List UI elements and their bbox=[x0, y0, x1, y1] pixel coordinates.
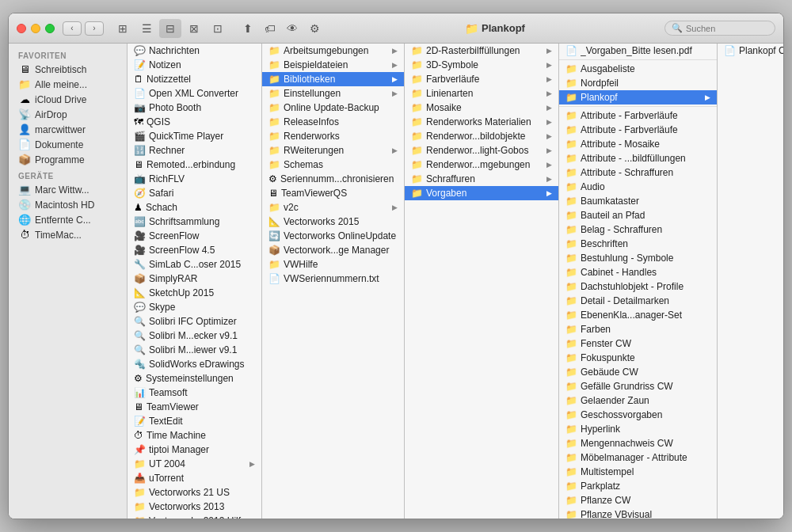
list-item[interactable]: 🗒 Notizzettel bbox=[128, 72, 261, 86]
list-item[interactable]: 💬 Nachrichten bbox=[128, 44, 261, 58]
view-icon-button[interactable]: ⊞ bbox=[112, 19, 134, 38]
list-item[interactable]: 📁 Linienarten ▶ bbox=[405, 86, 558, 101]
list-item[interactable]: 📁 Renderworks bbox=[262, 129, 404, 143]
list-item[interactable]: 📐 Vectorworks 2015 bbox=[262, 215, 404, 229]
list-item[interactable]: 📝 Notizen bbox=[128, 58, 261, 72]
list-item[interactable]: 🖥 TeamViewerQS bbox=[262, 186, 404, 200]
close-button[interactable] bbox=[17, 24, 26, 33]
list-item[interactable]: 📁 VWHilfe bbox=[262, 257, 404, 272]
list-item[interactable]: 📁 Gebäude CW bbox=[559, 365, 717, 379]
list-item[interactable]: 📁 Online Update-Backup bbox=[262, 101, 404, 115]
list-item[interactable]: 📷 Photo Booth bbox=[128, 101, 261, 115]
list-item[interactable]: 🧭 Safari bbox=[128, 186, 261, 200]
list-item[interactable]: 🔤 Schriftsammlung bbox=[128, 215, 261, 229]
column-view-button[interactable]: ⊟ bbox=[159, 19, 181, 38]
list-item[interactable]: 📁 Bestuhlung - Symbole bbox=[559, 251, 717, 265]
list-item[interactable]: 📁 Vectorworks 2013 Hilfe bbox=[128, 514, 261, 519]
list-item[interactable]: 📁 Farbverläufe ▶ bbox=[405, 72, 558, 86]
sidebar-item-dokumente[interactable]: 📄 Dokumente bbox=[12, 137, 124, 152]
sidebar-item-marc[interactable]: 💻 Marc Wittw... bbox=[12, 182, 124, 197]
sidebar-item-marcwittwer[interactable]: 👤 marcwittwer bbox=[12, 122, 124, 137]
list-item[interactable]: 🖥 Remoted...erbindung bbox=[128, 158, 261, 172]
list-item-plankopf-cw[interactable]: 📄 Plankopf CW.vwx bbox=[718, 44, 783, 58]
sidebar-item-timemac[interactable]: ⏱ TimeMac... bbox=[12, 227, 124, 242]
cover-flow-button[interactable]: ⊠ bbox=[183, 19, 205, 38]
list-item[interactable]: ♟ Schach bbox=[128, 200, 261, 215]
eye-button[interactable]: 👁 bbox=[281, 19, 303, 38]
list-item[interactable]: 📊 Teamsoft bbox=[128, 386, 261, 400]
list-item[interactable]: 📁 Mengennachweis CW bbox=[559, 436, 717, 450]
maximize-button[interactable] bbox=[45, 24, 55, 33]
list-item[interactable]: 📁 UT 2004 ▶ bbox=[128, 457, 261, 471]
list-item-vorgaben[interactable]: 📁 Vorgaben ▶ bbox=[405, 186, 558, 200]
list-item[interactable]: 📌 tiptoi Manager bbox=[128, 443, 261, 457]
list-item[interactable]: 📁 Vectorworks 21 US bbox=[128, 485, 261, 500]
list-item[interactable]: 📁 Schemas bbox=[262, 158, 404, 172]
list-item[interactable]: ⚙ Seriennumm...chronisieren bbox=[262, 172, 404, 186]
list-item[interactable]: 📁 Nordpfeil bbox=[559, 76, 717, 90]
list-item[interactable]: 🔩 SolidWorks eDrawings bbox=[128, 357, 261, 371]
list-item[interactable]: 📁 Cabinet - Handles bbox=[559, 265, 717, 279]
list-item[interactable]: 🔄 Vectorworks OnlineUpdate bbox=[262, 229, 404, 243]
list-item[interactable]: 📁 RWeiterungen ▶ bbox=[262, 143, 404, 158]
list-item[interactable]: 📁 Parkplatz bbox=[559, 479, 717, 493]
list-item[interactable]: 📁 Beispieldateien ▶ bbox=[262, 58, 404, 72]
list-item[interactable]: 📁 Dachstuhlobjekt - Profile bbox=[559, 279, 717, 294]
list-item[interactable]: 📁 EbenenKla...anager-Set bbox=[559, 308, 717, 322]
list-item-bibliotheken[interactable]: 📁 Bibliotheken ▶ bbox=[262, 72, 404, 86]
list-item[interactable]: 📁 Geschossvorgaben bbox=[559, 408, 717, 422]
list-item[interactable]: 📄 Open XML Converter bbox=[128, 86, 261, 101]
list-item[interactable]: 🎥 ScreenFlow 4.5 bbox=[128, 243, 261, 257]
list-item[interactable]: 📁 Audio bbox=[559, 180, 717, 194]
list-item[interactable]: 📁 Attribute - Schraffuren bbox=[559, 165, 717, 180]
list-item[interactable]: 📁 Attribute - Mosaike bbox=[559, 137, 717, 151]
list-item[interactable]: 📁 Arbeitsumgebungen ▶ bbox=[262, 44, 404, 58]
list-item[interactable]: 📁 Einstellungen ▶ bbox=[262, 86, 404, 101]
minimize-button[interactable] bbox=[31, 24, 40, 33]
sidebar-item-airdrop[interactable]: 📡 AirDrop bbox=[12, 107, 124, 122]
list-item[interactable]: 📁 Fokuspunkte bbox=[559, 351, 717, 365]
list-item[interactable]: 📥 uTorrent bbox=[128, 471, 261, 485]
list-item[interactable]: 📁 Renderwor...mgebungen ▶ bbox=[405, 158, 558, 172]
list-item[interactable]: 📁 Pflanze VBvisual bbox=[559, 507, 717, 519]
list-item[interactable]: 📁 ReleaseInfos bbox=[262, 115, 404, 129]
sidebar-item-programme[interactable]: 📦 Programme bbox=[12, 152, 124, 167]
list-item[interactable]: 📁 Multistempel bbox=[559, 465, 717, 479]
list-item[interactable]: 📁 Renderwor...light-Gobos ▶ bbox=[405, 143, 558, 158]
share-button[interactable]: ⬆ bbox=[237, 19, 259, 38]
list-item[interactable]: 📁 3D-Symbole ▶ bbox=[405, 58, 558, 72]
list-item[interactable]: 📁 Attribute - Farbverläufe bbox=[559, 123, 717, 137]
list-item[interactable]: 📄 VWSeriennummern.txt bbox=[262, 272, 404, 286]
list-item[interactable]: 📁 Fenster CW bbox=[559, 336, 717, 351]
list-item[interactable]: 📁 Gelaender Zaun bbox=[559, 393, 717, 408]
list-item[interactable]: 📄 _Vorgaben_Bitte lesen.pdf bbox=[559, 44, 717, 58]
back-button[interactable]: ‹ bbox=[63, 21, 82, 36]
list-item[interactable]: 🗺 QGIS bbox=[128, 115, 261, 129]
list-item[interactable]: 📁 Detail - Detailmarken bbox=[559, 294, 717, 308]
list-item[interactable]: 📁 Baumkataster bbox=[559, 194, 717, 208]
sidebar-item-macintosh[interactable]: 💿 Macintosh HD bbox=[12, 197, 124, 212]
list-item[interactable]: 🎬 QuickTime Player bbox=[128, 129, 261, 143]
list-item[interactable]: 📐 SketchUp 2015 bbox=[128, 286, 261, 300]
list-item[interactable]: 📁 Bauteil an Pfad bbox=[559, 208, 717, 222]
list-item[interactable]: 📁 Belag - Schraffuren bbox=[559, 222, 717, 237]
list-item[interactable]: 📝 TextEdit bbox=[128, 414, 261, 428]
list-item[interactable]: 🖥 TeamViewer bbox=[128, 400, 261, 414]
list-item[interactable]: 📁 Attribute - ...bildfüllungen bbox=[559, 151, 717, 165]
action-button[interactable]: ⚙ bbox=[303, 19, 326, 38]
list-item[interactable]: 📦 Vectorwork...ge Manager bbox=[262, 243, 404, 257]
sidebar-item-schreibtisch[interactable]: 🖥 Schreibtisch bbox=[12, 62, 124, 77]
list-item[interactable]: 📦 SimplyRAR bbox=[128, 272, 261, 286]
sidebar-item-alle[interactable]: 📁 Alle meine... bbox=[12, 77, 124, 92]
list-item[interactable]: 🎥 ScreenFlow bbox=[128, 229, 261, 243]
list-view-button[interactable]: ☰ bbox=[135, 19, 158, 38]
sidebar-item-icloud[interactable]: ☁ iCloud Drive bbox=[12, 92, 124, 107]
list-item[interactable]: ⚙ Systemeinstellungen bbox=[128, 371, 261, 386]
list-item[interactable]: 📁 v2c ▶ bbox=[262, 200, 404, 215]
list-item[interactable]: 💬 Skype bbox=[128, 300, 261, 314]
list-item[interactable]: 📁 Farben bbox=[559, 322, 717, 336]
list-item[interactable]: 📁 Renderwor...bildobjekte ▶ bbox=[405, 129, 558, 143]
list-item[interactable]: 📁 Hyperlink bbox=[559, 422, 717, 436]
list-item[interactable]: 📁 Vectorworks 2013 bbox=[128, 500, 261, 514]
list-item[interactable]: 🔢 Rechner bbox=[128, 143, 261, 158]
